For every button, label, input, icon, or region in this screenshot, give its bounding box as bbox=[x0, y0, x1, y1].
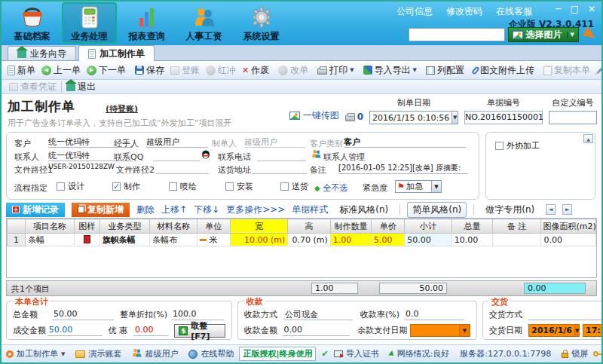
col-header[interactable]: 材料名称 bbox=[150, 219, 197, 234]
nav-settings[interactable]: 系统设置 bbox=[234, 2, 289, 44]
horn-icon[interactable] bbox=[582, 27, 598, 43]
next-doc-button[interactable]: ▶下一单 bbox=[84, 63, 129, 78]
biz-type-cell[interactable]: 旗帜条幅 bbox=[99, 234, 149, 246]
col-header[interactable]: 图像面积(m2) bbox=[541, 219, 596, 234]
round-off-button[interactable]: $取整[F7] bbox=[174, 324, 225, 338]
change-password-link[interactable]: 修改密码 bbox=[446, 5, 482, 18]
chevron-down-icon[interactable]: ▼ bbox=[459, 325, 470, 336]
minimize-button[interactable]: ─ bbox=[556, 4, 561, 14]
due-date-select[interactable]: ▼ bbox=[410, 324, 470, 337]
exit-button[interactable]: 退出 bbox=[63, 80, 99, 94]
import-export-button[interactable]: 导入导出▼ bbox=[360, 63, 420, 78]
discount-field[interactable]: 100.0 bbox=[171, 309, 224, 320]
col-header[interactable]: 业务类型 bbox=[99, 219, 149, 234]
customer-type-field[interactable]: 客户 bbox=[344, 136, 466, 148]
tab-business-wizard[interactable]: 业务向导 bbox=[8, 46, 76, 60]
doc-status-link[interactable]: (待登账) bbox=[106, 103, 138, 115]
switch-user-button[interactable]: 切换用户 bbox=[593, 348, 603, 359]
print-button[interactable]: 打印▼ bbox=[314, 63, 357, 78]
nav-reports[interactable]: 报表查询 bbox=[119, 2, 174, 44]
coupon-field[interactable]: 0.00 bbox=[133, 325, 168, 336]
collapse-panel-button[interactable]: ▲ bbox=[583, 134, 593, 143]
qty-cell[interactable]: 1.00 bbox=[330, 234, 371, 246]
chevron-down-icon[interactable]: ▼ bbox=[451, 112, 458, 124]
more-actions-link[interactable]: 更多操作>>> bbox=[226, 203, 285, 216]
status-doc-type[interactable]: 加工制作单▼ bbox=[6, 348, 65, 359]
status-account-set[interactable]: 演示账套 bbox=[75, 348, 121, 359]
select-none-label[interactable]: 全不选 bbox=[323, 183, 347, 193]
process-make-checkbox[interactable]: 制作 bbox=[112, 181, 140, 192]
new-doc-button[interactable]: 新单 bbox=[5, 63, 38, 78]
tab-processing-order[interactable]: 加工制作单 bbox=[78, 45, 155, 61]
outsource-checkbox[interactable]: 外协加工 bbox=[495, 140, 540, 151]
image-path-input[interactable] bbox=[409, 28, 505, 41]
nav-basic-archives[interactable]: 基础档案 bbox=[5, 2, 60, 44]
process-design-checkbox[interactable]: 设计 bbox=[57, 181, 84, 192]
price-cell[interactable]: 5.00 bbox=[372, 234, 405, 246]
status-import-cert[interactable]: 导入证书 bbox=[334, 348, 379, 359]
status-current-user[interactable]: 超级用户 bbox=[132, 348, 178, 359]
chevron-down-icon[interactable]: ▼ bbox=[431, 181, 441, 192]
select-none-link[interactable]: ◆ 全不选 bbox=[314, 182, 347, 194]
doc-date-combobox[interactable]: 2016/1/15 0:10:56 ▼ bbox=[369, 111, 458, 124]
unit-cell[interactable]: 米 bbox=[197, 234, 230, 246]
move-up-link[interactable]: 上移↑ bbox=[161, 203, 187, 216]
nav-hr-payroll[interactable]: 人事工资 bbox=[176, 2, 231, 44]
col-header[interactable]: 单位 bbox=[197, 219, 230, 234]
attachment-upload-button[interactable]: 图文附件上传 bbox=[470, 63, 537, 78]
scroll-left-button[interactable]: ◄ bbox=[546, 204, 556, 215]
file-path1-field[interactable]: USER-20150128ZW:C:\ bbox=[48, 163, 115, 174]
style-standard-tab[interactable]: 标准风格(n) bbox=[335, 203, 393, 217]
save-button[interactable]: 保存 bbox=[132, 63, 167, 78]
remark-cell[interactable] bbox=[493, 234, 541, 246]
qq-field[interactable] bbox=[153, 150, 200, 161]
chevron-down-icon[interactable]: ▼ bbox=[567, 32, 574, 38]
prev-doc-button[interactable]: ◀上一单 bbox=[38, 63, 84, 78]
delivery-method-field[interactable] bbox=[528, 309, 601, 320]
delivery-time-spinner[interactable]: 17:37▲▼ bbox=[583, 324, 601, 337]
col-header[interactable]: 备 注 bbox=[493, 219, 541, 234]
paste-screenshot-button[interactable]: 粘贴截图 bbox=[596, 63, 603, 78]
table-row[interactable]: 1 条幅 旗帜条幅 条幅布 米 10.00 (m) 0.70 (m) 1.00 … bbox=[8, 234, 596, 246]
custom-number-input[interactable] bbox=[549, 111, 597, 124]
item-name-cell[interactable]: 条幅 bbox=[26, 234, 74, 246]
move-down-link[interactable]: 下移↓ bbox=[194, 203, 219, 216]
qq-icon[interactable] bbox=[201, 149, 210, 161]
total-cell[interactable]: 10.00 bbox=[451, 234, 492, 246]
width-cell[interactable]: 10.00 (m) bbox=[230, 234, 287, 246]
payment-method-field[interactable]: 公司现金 bbox=[283, 309, 353, 320]
material-cell[interactable]: 条幅布 bbox=[150, 234, 197, 246]
col-header[interactable]: 图样 bbox=[74, 219, 99, 234]
phone-field[interactable] bbox=[257, 150, 306, 161]
urgency-combobox[interactable]: ⚑ 加急 ▼ bbox=[395, 180, 442, 193]
style-lettering-tab[interactable]: 做字专用(n) bbox=[481, 203, 539, 217]
col-header[interactable]: 小计 bbox=[405, 219, 451, 234]
close-button[interactable]: ✕ bbox=[588, 4, 595, 14]
area-cell[interactable]: 0.00 bbox=[541, 234, 596, 246]
maximize-button[interactable]: □ bbox=[571, 4, 579, 14]
col-header[interactable]: 单价 bbox=[372, 219, 405, 234]
lock-screen-button[interactable]: 锁屏 bbox=[562, 348, 588, 359]
handler-field[interactable]: 超级用户 bbox=[146, 136, 208, 148]
void-button[interactable]: ✕作废 bbox=[239, 63, 272, 78]
sample-cell[interactable] bbox=[74, 234, 99, 246]
style-simple-tab[interactable]: 简单风格(n) bbox=[407, 202, 467, 218]
status-online-help[interactable]: 在线帮助 bbox=[188, 348, 234, 359]
delivery-date-select[interactable]: 2016/1/6▼ bbox=[528, 324, 580, 337]
nav-business[interactable]: 业务处理 bbox=[62, 2, 117, 44]
height-cell[interactable]: 0.70 (m) bbox=[288, 234, 330, 246]
quick-upload-link[interactable]: 一键传图 bbox=[289, 109, 339, 122]
subtotal-cell[interactable]: 50.00 bbox=[405, 234, 451, 246]
col-header[interactable]: 制作数量 bbox=[330, 219, 371, 234]
delete-row-link[interactable]: 删除 bbox=[136, 203, 155, 216]
col-header-width[interactable]: 宽 bbox=[230, 219, 287, 234]
process-install-checkbox[interactable]: 安装 bbox=[225, 181, 253, 192]
col-header[interactable]: 高 bbox=[288, 219, 330, 234]
payment-rate-field[interactable]: 0.0 bbox=[404, 309, 464, 320]
scroll-right-button[interactable]: ► bbox=[562, 204, 572, 215]
col-header[interactable]: 总量 bbox=[451, 219, 492, 234]
printer-icon[interactable] bbox=[345, 115, 355, 121]
contact-manager-link[interactable]: 联系人管理 bbox=[323, 151, 365, 163]
remark-field[interactable]: [2016-01-05 12:25][改单] 原摘要: bbox=[338, 163, 468, 174]
process-inkjet-checkbox[interactable]: 喷绘 bbox=[169, 181, 197, 192]
